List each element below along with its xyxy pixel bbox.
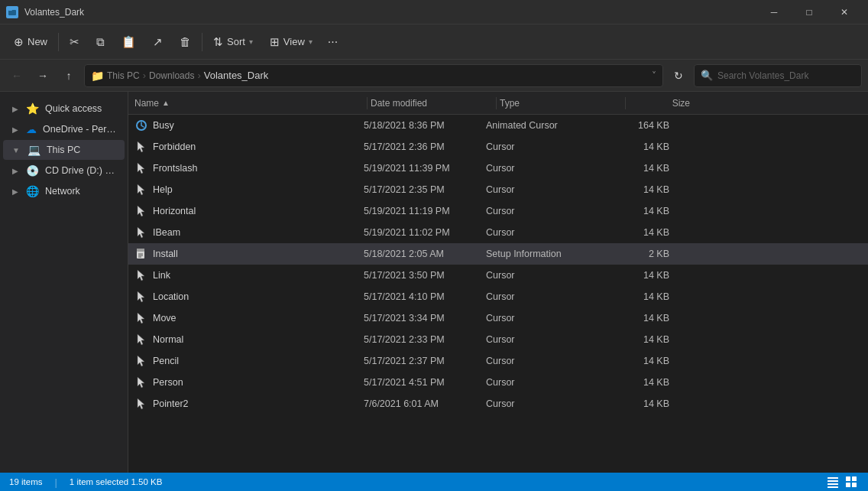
col-sep-1 (367, 97, 368, 109)
col-header-size[interactable]: Size (629, 98, 690, 109)
table-row[interactable]: Link 5/17/2021 3:50 PM Cursor 14 KB (128, 265, 868, 286)
sidebar-item-cd-drive[interactable]: ▶ 💿 CD Drive (D:) Mobil... (3, 161, 125, 180)
file-type: Cursor (486, 356, 608, 366)
network-icon: 🌐 (26, 185, 39, 197)
file-list: Busy 5/18/2021 8:36 PM Animated Cursor 1… (128, 115, 868, 473)
table-row[interactable]: Busy 5/18/2021 8:36 PM Animated Cursor 1… (128, 115, 868, 136)
file-type-icon (134, 290, 148, 304)
file-type: Cursor (486, 334, 608, 345)
file-name: Forbidden (134, 140, 364, 154)
path-expand-icon[interactable]: ˅ (652, 70, 656, 81)
table-row[interactable]: Horizontal 5/19/2021 11:19 PM Cursor 14 … (128, 200, 868, 222)
svg-rect-1 (8, 10, 16, 15)
sidebar-item-this-pc[interactable]: ▼ 💻 This PC (3, 140, 125, 160)
forward-button[interactable]: → (32, 65, 53, 86)
share-button[interactable]: ↗ (145, 31, 170, 53)
col-header-name[interactable]: Name ▲ (134, 98, 364, 109)
title-bar: Volantes_Dark ─ □ ✕ (0, 0, 868, 24)
sidebar-item-network[interactable]: ▶ 🌐 Network (3, 181, 125, 201)
sidebar-label-this-pc: This PC (47, 145, 80, 155)
sidebar-item-quick-access[interactable]: ▶ ⭐ Quick access (3, 99, 125, 119)
copy-button[interactable]: ⧉ (89, 31, 112, 53)
table-row[interactable]: Pointer2 7/6/2021 6:01 AM Cursor 14 KB (128, 393, 868, 415)
file-date: 5/17/2021 2:35 PM (364, 184, 486, 195)
new-button[interactable]: ⊕ New (6, 31, 55, 53)
table-row[interactable]: IBeam 5/19/2021 11:02 PM Cursor 14 KB (128, 222, 868, 243)
this-pc-icon: 💻 (28, 144, 40, 156)
view-label: View (283, 36, 305, 47)
cd-drive-expand-icon: ▶ (12, 167, 18, 175)
svg-rect-16 (852, 483, 857, 487)
table-row[interactable]: Person 5/17/2021 4:51 PM Cursor 14 KB (128, 372, 868, 393)
file-type-icon (134, 161, 148, 175)
file-type: Cursor (486, 377, 608, 388)
table-row[interactable]: Frontslash 5/19/2021 11:39 PM Cursor 14 … (128, 158, 868, 179)
search-icon: 🔍 (701, 70, 713, 81)
file-name: Link (134, 268, 364, 282)
status-separator: | (54, 476, 57, 488)
up-button[interactable]: ↑ (58, 65, 79, 86)
search-box[interactable]: 🔍 Search Volantes_Dark (694, 64, 862, 87)
file-type: Animated Cursor (486, 120, 608, 131)
sidebar-label-cd-drive: CD Drive (D:) Mobil... (45, 165, 118, 176)
file-date: 5/17/2021 2:37 PM (364, 356, 486, 366)
table-row[interactable]: Move 5/17/2021 3:34 PM Cursor 14 KB (128, 307, 868, 329)
file-size: 14 KB (608, 398, 669, 409)
file-size: 14 KB (608, 184, 669, 195)
table-row[interactable]: Install 5/18/2021 2:05 AM Setup Informat… (128, 243, 868, 265)
file-date: 5/17/2021 4:10 PM (364, 291, 486, 302)
sidebar-label-onedrive: OneDrive - Personal (43, 124, 118, 135)
file-name: Pointer2 (134, 397, 364, 411)
file-name: Busy (134, 119, 364, 132)
back-button[interactable]: ← (6, 65, 28, 86)
file-type-icon (134, 354, 148, 368)
file-size: 14 KB (608, 334, 669, 345)
search-placeholder: Search Volantes_Dark (717, 70, 808, 81)
file-name: Normal (134, 333, 364, 346)
refresh-button[interactable]: ↻ (668, 65, 689, 86)
file-date: 5/19/2021 11:19 PM (364, 206, 486, 216)
col-sep-3 (625, 97, 626, 109)
address-path[interactable]: 📁 This PC › Downloads › Volantes_Dark ˅ (84, 64, 663, 87)
file-date: 5/17/2021 4:51 PM (364, 377, 486, 388)
more-button[interactable]: ··· (322, 31, 344, 53)
path-folder-icon: 📁 (91, 70, 104, 82)
col-header-date[interactable]: Date modified (371, 98, 493, 109)
cd-drive-icon: 💿 (26, 164, 39, 177)
table-row[interactable]: Location 5/17/2021 4:10 PM Cursor 14 KB (128, 286, 868, 307)
table-row[interactable]: Forbidden 5/17/2021 2:36 PM Cursor 14 KB (128, 136, 868, 158)
cut-icon: ✂ (70, 35, 79, 49)
details-view-button[interactable] (825, 475, 840, 489)
col-header-type[interactable]: Type (500, 98, 622, 109)
large-icons-view-button[interactable] (844, 475, 859, 489)
sort-button[interactable]: ⇅ Sort ▾ (206, 31, 261, 53)
main-content: ▶ ⭐ Quick access ▶ ☁ OneDrive - Personal… (0, 92, 868, 473)
view-icon: ⊞ (270, 35, 280, 49)
delete-button[interactable]: 🗑 (172, 31, 199, 52)
close-button[interactable]: ✕ (827, 0, 862, 24)
file-type-icon (134, 183, 148, 197)
maximize-button[interactable]: □ (792, 0, 827, 24)
file-size: 14 KB (608, 377, 669, 388)
app-icon (6, 6, 18, 18)
table-row[interactable]: Help 5/17/2021 2:35 PM Cursor 14 KB (128, 179, 868, 200)
minimize-button[interactable]: ─ (756, 0, 792, 24)
table-row[interactable]: Pencil 5/17/2021 2:37 PM Cursor 14 KB (128, 350, 868, 372)
cut-button[interactable]: ✂ (62, 31, 87, 53)
breadcrumb-current: Volantes_Dark (204, 70, 269, 81)
file-date: 5/18/2021 8:36 PM (364, 120, 486, 131)
sidebar: ▶ ⭐ Quick access ▶ ☁ OneDrive - Personal… (0, 92, 128, 473)
view-button[interactable]: ⊞ View ▾ (262, 31, 320, 53)
title-bar-left: Volantes_Dark (6, 6, 84, 18)
breadcrumb-sep-2: › (197, 70, 200, 81)
sidebar-item-onedrive[interactable]: ▶ ☁ OneDrive - Personal (3, 119, 125, 139)
file-area: Name ▲ Date modified Type Size Busy 5/18… (128, 92, 868, 473)
table-row[interactable]: Normal 5/17/2021 2:33 PM Cursor 14 KB (128, 329, 868, 350)
file-size: 2 KB (608, 249, 669, 259)
breadcrumb-downloads: Downloads (149, 70, 194, 81)
file-size: 164 KB (608, 120, 669, 131)
quick-access-icon: ⭐ (26, 102, 39, 115)
file-type: Cursor (486, 141, 608, 152)
paste-button[interactable]: 📋 (114, 31, 144, 53)
svg-rect-14 (852, 476, 857, 481)
